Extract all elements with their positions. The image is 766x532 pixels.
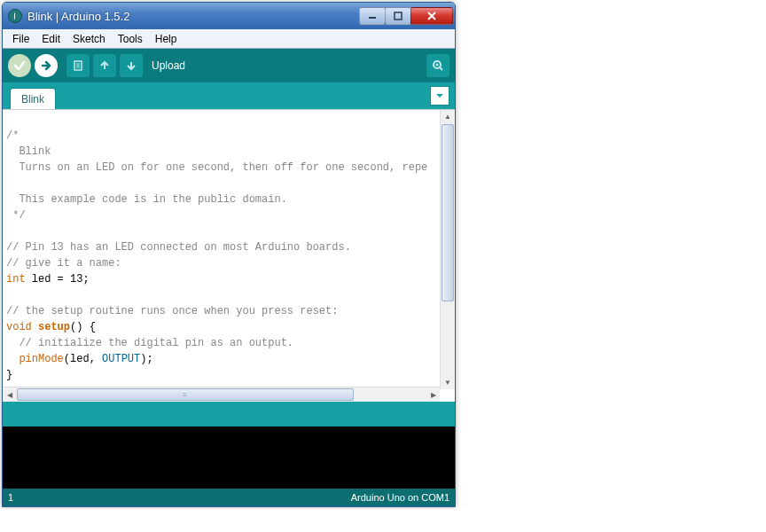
arduino-app-icon (8, 9, 22, 23)
code-editor[interactable]: /* Blink Turns on an LED on for one seco… (3, 110, 439, 388)
scroll-right-icon[interactable]: ▶ (426, 387, 440, 402)
tab-blink[interactable]: Blink (10, 88, 56, 109)
verify-button[interactable] (8, 54, 31, 77)
svg-rect-1 (395, 12, 402, 20)
message-area (3, 402, 455, 426)
save-sketch-button[interactable] (120, 54, 143, 77)
file-icon (72, 59, 84, 72)
close-button[interactable] (410, 7, 453, 25)
board-port-indicator: Arduino Uno on COM1 (351, 492, 449, 503)
serial-monitor-icon (431, 59, 445, 73)
upload-button[interactable] (35, 54, 58, 77)
maximize-button[interactable] (385, 7, 411, 25)
scroll-down-icon[interactable]: ▼ (441, 376, 455, 389)
close-icon (426, 11, 437, 21)
app-window: Blink | Arduino 1.5.2 File Edit Sketch T… (2, 2, 456, 507)
tab-bar: Blink (3, 82, 455, 109)
editor-area: /* Blink Turns on an LED on for one seco… (3, 109, 455, 402)
status-bar: 1 Arduino Uno on COM1 (3, 489, 455, 506)
maximize-icon (394, 12, 403, 20)
arrow-up-icon (98, 59, 111, 72)
menu-sketch[interactable]: Sketch (66, 31, 112, 47)
tab-menu-button[interactable] (430, 86, 449, 106)
scroll-left-icon[interactable]: ◀ (3, 387, 16, 402)
horizontal-scroll-thumb[interactable]: ≡ (17, 388, 354, 401)
menu-edit[interactable]: Edit (35, 31, 66, 47)
horizontal-scrollbar[interactable]: ◀ ≡ ▶ (3, 387, 440, 402)
menu-help[interactable]: Help (149, 31, 184, 47)
open-sketch-button[interactable] (93, 54, 116, 77)
toolbar-hint: Upload (152, 59, 185, 72)
toolbar: Upload (3, 49, 455, 82)
tab-label: Blink (21, 93, 44, 106)
svg-line-7 (440, 67, 442, 70)
menu-file[interactable]: File (6, 31, 35, 47)
arrow-right-icon (40, 59, 52, 72)
console-output[interactable] (3, 426, 455, 489)
menu-tools[interactable]: Tools (112, 31, 149, 47)
chevron-down-icon (435, 91, 444, 100)
serial-monitor-button[interactable] (426, 54, 449, 77)
check-icon (13, 59, 26, 72)
titlebar[interactable]: Blink | Arduino 1.5.2 (3, 3, 455, 29)
vertical-scroll-thumb[interactable] (442, 124, 454, 301)
window-title: Blink | Arduino 1.5.2 (27, 10, 360, 23)
menubar: File Edit Sketch Tools Help (3, 29, 455, 49)
cursor-line-indicator: 1 (8, 492, 13, 503)
svg-point-8 (436, 64, 439, 66)
window-button-group (360, 7, 453, 25)
svg-rect-0 (369, 17, 376, 19)
minimize-button[interactable] (359, 7, 386, 25)
scroll-up-icon[interactable]: ▲ (441, 110, 455, 123)
arrow-down-icon (125, 59, 137, 72)
minimize-icon (368, 12, 377, 20)
new-sketch-button[interactable] (66, 54, 90, 77)
vertical-scrollbar[interactable]: ▲ ▼ (440, 110, 455, 389)
